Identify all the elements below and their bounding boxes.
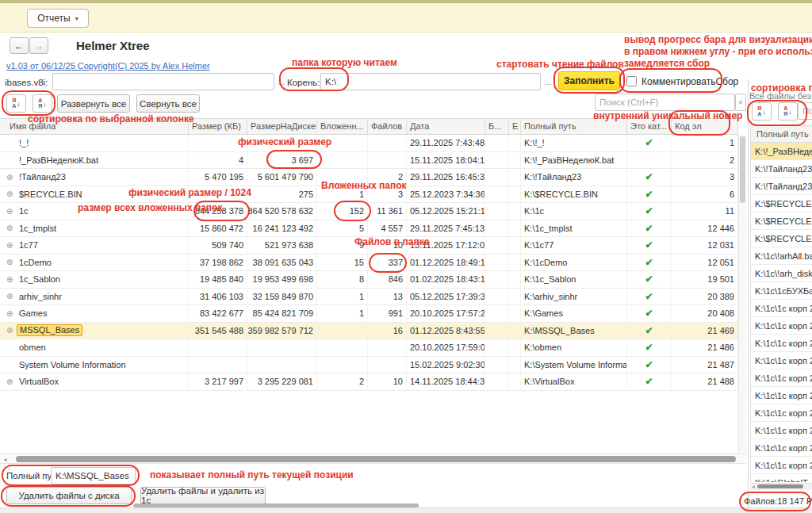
right-row[interactable]: K:\!_РазВНеделюК.bat bbox=[751, 143, 812, 160]
right-search-input[interactable] bbox=[798, 102, 812, 120]
table-row[interactable]: ⊕Games83 422 67785 424 821 709199120.10.… bbox=[0, 305, 738, 323]
delete-files-disk-button[interactable]: Удалить файлы с диска bbox=[6, 487, 132, 504]
right-row[interactable]: K:\1c\1c корп 21 bbox=[751, 352, 812, 369]
root-choose-button[interactable]: ... bbox=[545, 77, 552, 86]
table-row[interactable]: !_!29.11.2025 7:43:48K:\!_!✔1 bbox=[0, 135, 738, 152]
column-header[interactable]: Дата bbox=[407, 119, 485, 134]
expand-icon[interactable]: ⊕ bbox=[6, 224, 13, 232]
column-header[interactable]: Вложенн... bbox=[317, 119, 368, 134]
expand-icon[interactable]: ⊕ bbox=[6, 326, 13, 335]
vertical-scroll-thumb[interactable] bbox=[740, 136, 745, 203]
right-row[interactable]: K:\1c\1c корп 21 bbox=[751, 335, 812, 352]
ibases-input[interactable] bbox=[52, 73, 274, 90]
expand-icon[interactable]: ⊕ bbox=[6, 207, 13, 216]
expand-icon[interactable]: ⊕ bbox=[6, 309, 13, 318]
sort-ascending-button[interactable]: АЯ↓ bbox=[33, 94, 52, 113]
table-row[interactable]: ⊕MSSQL_Bases351 545 488359 982 579 71216… bbox=[0, 323, 738, 340]
column-header[interactable]: Файлов bbox=[368, 119, 407, 134]
search-input[interactable] bbox=[595, 94, 735, 111]
expand-icon[interactable]: ⊕ bbox=[6, 275, 13, 284]
comment-checkbox[interactable] bbox=[626, 76, 637, 86]
root-input[interactable] bbox=[320, 73, 541, 90]
table-row[interactable]: ⊕1cDemo37 198 86238 091 635 0431533701.1… bbox=[0, 255, 738, 272]
check-icon: ✔ bbox=[645, 205, 653, 216]
right-row[interactable]: K:\1c\1cБУХБахт bbox=[751, 282, 812, 300]
table-horizontal-scrollbar[interactable]: ◄ bbox=[0, 454, 746, 464]
column-header[interactable]: Е bbox=[509, 119, 521, 134]
right-row[interactable]: K:\!Тайланд23\Тайланд23 bbox=[751, 178, 812, 195]
back-button[interactable]: ← bbox=[10, 37, 29, 54]
collapse-all-button[interactable]: Свернуть все bbox=[136, 94, 200, 113]
right-row[interactable]: K:\1c\!arhAll.bat bbox=[751, 247, 812, 265]
expand-icon[interactable]: ⊕ bbox=[6, 377, 13, 386]
table-vertical-scrollbar[interactable] bbox=[738, 135, 746, 454]
cell-name: ⊕!Тайланд23 bbox=[0, 169, 189, 186]
right-row[interactable]: K:\1c\1c корп 21 bbox=[751, 369, 812, 387]
scroll-left-icon[interactable]: ◄ bbox=[2, 457, 8, 462]
cell: 864 520 578 632 bbox=[247, 203, 317, 220]
file-name: arhiv_sinhr bbox=[19, 292, 62, 301]
right-row[interactable]: K:\$RECYCLE.BIN bbox=[751, 230, 812, 247]
right-horizontal-scrollbar[interactable]: ◄ bbox=[750, 483, 812, 490]
expand-icon[interactable]: ⊕ bbox=[6, 173, 13, 182]
expand-all-button[interactable]: Развернуть все bbox=[57, 94, 130, 113]
forward-button[interactable]: → bbox=[29, 37, 48, 54]
right-row[interactable]: K:\1c\1c корп 21 bbox=[751, 422, 812, 439]
right-row[interactable]: K:\$RECYCLE.BIN bbox=[751, 195, 812, 212]
expand-icon[interactable]: ⊕ bbox=[6, 241, 13, 250]
expand-icon[interactable]: ⊕ bbox=[6, 258, 13, 266]
table-row[interactable]: ⊕VirtualBox3 217 9973 295 229 08121014.1… bbox=[0, 373, 738, 391]
cell-name: ⊕VirtualBox bbox=[0, 373, 189, 390]
version-link[interactable]: v1.03 от 06/12/25 Copyright(C) 2025 by A… bbox=[6, 61, 210, 71]
right-row[interactable]: K:\1c\1c корп 21 bbox=[751, 404, 812, 422]
table-row[interactable]: obmen20.10.2025 17:59:03K:\obmen✔21 486 bbox=[0, 339, 738, 357]
full-path-input[interactable] bbox=[51, 467, 136, 484]
table-row[interactable]: !_РазВНеделюК.bat43 69715.11.2025 18:04:… bbox=[0, 152, 738, 170]
right-row[interactable]: K:\1c\1c корп 21 bbox=[751, 317, 812, 335]
right-row[interactable]: K:\$RECYCLE.BIN bbox=[751, 212, 812, 230]
sort-descending-button[interactable]: ЯА↓ bbox=[6, 94, 26, 113]
right-row[interactable]: K:\!Тайланд23\Тайланд23 bbox=[751, 160, 812, 178]
window-scroll-thumb[interactable] bbox=[133, 503, 419, 507]
column-header[interactable]: РазмерНаДиске bbox=[247, 119, 317, 134]
right-row[interactable]: K:\1c\1c корп 21 bbox=[751, 457, 812, 474]
column-header[interactable]: Полный путь bbox=[521, 119, 627, 134]
right-row[interactable]: K:\1c\!arh_diskK_ bbox=[751, 265, 812, 282]
table-row[interactable]: ⊕1c_tmplst15 860 47216 241 123 49254 557… bbox=[0, 220, 738, 238]
ibases-choose-button[interactable]: ... bbox=[278, 77, 285, 86]
table-row[interactable]: ⊕1c_Sablon19 485 84019 953 499 698884601… bbox=[0, 271, 738, 289]
cell-is-catalog: ✔ bbox=[627, 135, 672, 151]
table-row[interactable]: System Volume Information15.02.2025 9:02… bbox=[0, 357, 738, 374]
expand-icon[interactable]: ⊕ bbox=[6, 292, 13, 301]
column-header[interactable]: Б... bbox=[485, 119, 509, 134]
scroll-left-icon[interactable]: ◄ bbox=[751, 484, 756, 489]
table-row[interactable]: ⊕arhiv_sinhr31 406 10332 159 849 8701130… bbox=[0, 289, 738, 306]
table-row[interactable]: ⊕!Тайланд235 470 1955 601 479 790229.11.… bbox=[0, 169, 738, 186]
right-column-header[interactable]: Полный путь bbox=[750, 125, 812, 143]
delete-files-1c-button[interactable]: Удалить файлы и удалить из 1с bbox=[140, 487, 266, 504]
table-header: Имя файлаРазмер (КБ)РазмерНаДискеВложенн… bbox=[0, 118, 738, 135]
right-row[interactable]: K:\1c\1c корп 21 bbox=[751, 439, 812, 457]
cell: 15.11.2025 18:04:18 bbox=[407, 152, 485, 169]
sort-descending-button[interactable]: ЯА↓ bbox=[752, 102, 772, 121]
table-row[interactable]: ⊕1c844 258 378864 520 578 63215211 36105… bbox=[0, 203, 738, 220]
annotation-progress-2: в правом нижнем углу - при его использов… bbox=[624, 46, 812, 57]
horizontal-scroll-thumb[interactable] bbox=[16, 456, 736, 462]
table-row[interactable]: ⊕$RECYCLE.BIN2751325.12.2023 7:34:36K:\$… bbox=[0, 186, 738, 204]
expand-icon[interactable]: ⊕ bbox=[6, 190, 13, 198]
search-clear-button[interactable]: × bbox=[735, 94, 746, 111]
reports-menu-button[interactable]: Отчеты ▾ bbox=[27, 9, 89, 28]
column-header[interactable]: Размер (КБ) bbox=[189, 119, 247, 134]
right-row[interactable]: K:\1c\1c корп 21 bbox=[751, 300, 812, 317]
right-row[interactable]: K:\1c\1c корп 21 bbox=[751, 387, 812, 404]
right-scroll-thumb[interactable] bbox=[757, 484, 803, 488]
file-name: 1c77 bbox=[19, 240, 38, 250]
table-row[interactable]: ⊕1c77509 740521 973 63891013.11.2025 17:… bbox=[0, 237, 738, 255]
column-header[interactable]: Имя файла bbox=[0, 119, 189, 134]
panel-splitter[interactable] bbox=[748, 79, 749, 513]
sort-ascending-button[interactable]: АЯ↓ bbox=[778, 102, 798, 121]
column-header[interactable]: Код эл bbox=[672, 119, 738, 134]
right-row[interactable]: K:\1c\GlobalT_Te bbox=[751, 474, 812, 482]
column-header[interactable]: Это кат... bbox=[627, 119, 672, 134]
fill-button[interactable]: Заполнить bbox=[558, 71, 620, 90]
